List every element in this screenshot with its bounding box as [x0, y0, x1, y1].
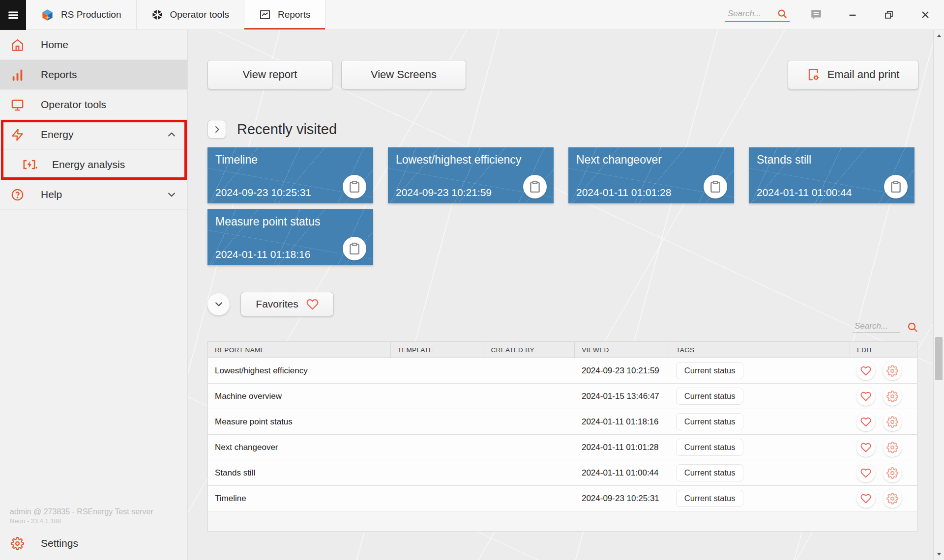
view-report-button[interactable]: View report	[207, 60, 332, 89]
tag-chip: Current status	[676, 439, 744, 456]
cell-created-by	[484, 460, 575, 486]
row-settings-button[interactable]	[883, 438, 902, 457]
minimize-button[interactable]	[843, 5, 862, 25]
column-header-tags[interactable]: TAGS	[669, 342, 850, 358]
feedback-chat-button[interactable]	[806, 5, 826, 25]
cell-edit	[850, 409, 917, 435]
table-empty-area	[207, 511, 917, 532]
report-card-next-changeover[interactable]: Next changeover 2024-01-11 01:01:28	[568, 147, 734, 203]
row-settings-button[interactable]	[883, 362, 902, 380]
cell-edit	[850, 486, 917, 511]
user-server-line: admin @ 273835 - RSEnergy Test server	[10, 507, 177, 516]
sidebar-item-home[interactable]: Home	[0, 30, 187, 60]
cell-template	[390, 486, 484, 511]
cell-template	[390, 435, 484, 460]
global-search-input[interactable]	[728, 9, 773, 19]
favorite-toggle-button[interactable]	[856, 438, 875, 457]
favorite-toggle-button[interactable]	[856, 489, 875, 508]
cell-tags: Current status	[669, 486, 850, 511]
favorites-button[interactable]: Favorites	[240, 292, 334, 316]
column-header-template[interactable]: TEMPLATE	[390, 342, 484, 358]
recently-visited-collapse-button[interactable]	[207, 120, 226, 139]
minimize-icon	[847, 9, 858, 20]
card-title: Lowest/highest efficiency	[396, 153, 546, 167]
sidebar-item-help[interactable]: Help	[0, 180, 187, 210]
report-card-lowest-highest-efficiency[interactable]: Lowest/highest efficiency 2024-09-23 10:…	[388, 147, 554, 203]
favorite-toggle-button[interactable]	[856, 387, 875, 406]
card-timestamp: 2024-09-23 10:21:59	[396, 187, 492, 198]
sidebar-item-operator-tools[interactable]: Operator tools	[0, 90, 187, 120]
cell-edit	[850, 358, 917, 384]
scroll-up-button[interactable]	[934, 31, 944, 41]
table-row[interactable]: Lowest/highest efficiency 2024-09-23 10:…	[208, 358, 917, 384]
cell-tags: Current status	[669, 358, 850, 384]
table-row[interactable]: Measure point status 2024-01-11 01:18:16…	[208, 409, 917, 435]
tab-operator-tools[interactable]: Operator tools	[137, 0, 244, 29]
heart-icon	[860, 417, 871, 427]
table-row[interactable]: Next changeover 2024-01-11 01:01:28 Curr…	[208, 435, 917, 460]
heart-icon	[860, 493, 871, 504]
scroll-down-button[interactable]	[934, 549, 944, 559]
cell-template	[390, 409, 484, 435]
hamburger-menu-button[interactable]	[0, 0, 26, 30]
table-row[interactable]: Stands still 2024-01-11 01:00:44 Current…	[208, 460, 917, 486]
tab-reports[interactable]: Reports	[244, 0, 326, 29]
restore-icon	[884, 9, 894, 20]
table-search-input[interactable]	[855, 321, 898, 331]
sidebar-item-label: Reports	[41, 69, 77, 81]
table-row[interactable]: Timeline 2024-09-23 10:25:31 Current sta…	[208, 486, 917, 511]
card-timestamp: 2024-01-11 01:18:16	[215, 249, 310, 260]
gear-icon	[11, 537, 24, 550]
search-icon[interactable]	[907, 321, 918, 333]
search-icon[interactable]	[777, 8, 788, 19]
heart-icon	[860, 391, 871, 402]
cell-created-by	[484, 435, 575, 460]
cell-created-by	[484, 409, 575, 435]
favorite-toggle-button[interactable]	[856, 362, 875, 380]
vertical-scrollbar[interactable]	[933, 30, 944, 560]
tag-chip: Current status	[676, 464, 744, 481]
column-header-created-by[interactable]: CREATED BY	[484, 342, 575, 358]
email-and-print-button[interactable]: Email and print	[788, 60, 918, 89]
favorite-toggle-button[interactable]	[856, 413, 875, 431]
favorites-collapse-button[interactable]	[207, 293, 230, 315]
bar-chart-icon	[11, 68, 24, 82]
monitor-icon	[11, 98, 24, 112]
report-card-measure-point-status[interactable]: Measure point status 2024-01-11 01:18:16	[207, 209, 373, 265]
view-screens-button[interactable]: View Screens	[341, 60, 466, 89]
card-title: Stands still	[757, 153, 907, 167]
sidebar-item-settings[interactable]: Settings	[0, 531, 187, 556]
favorite-toggle-button[interactable]	[856, 464, 875, 482]
tab-rs-production[interactable]: RS Production	[26, 0, 137, 29]
top-bar: RS Production Operator tools Reports	[0, 0, 944, 30]
table-row[interactable]: Machine overview 2024-01-15 13:46:47 Cur…	[208, 384, 917, 409]
sidebar-item-label: Help	[41, 189, 62, 200]
clipboard-badge	[884, 175, 908, 198]
clipboard-icon	[348, 242, 361, 255]
sidebar-item-reports[interactable]: Reports	[0, 60, 187, 90]
scrollbar-thumb[interactable]	[935, 337, 943, 380]
report-card-timeline[interactable]: Timeline 2024-09-23 10:25:31	[207, 147, 373, 203]
sidebar-item-energy-analysis[interactable]: Energy analysis	[0, 150, 187, 180]
chevron-down-icon	[167, 190, 177, 199]
row-settings-button[interactable]	[883, 489, 902, 508]
column-header-report-name[interactable]: REPORT NAME	[208, 342, 391, 358]
row-settings-button[interactable]	[883, 387, 902, 406]
gear-icon	[886, 442, 898, 453]
column-header-edit[interactable]: EDIT	[850, 342, 917, 358]
sidebar-item-energy[interactable]: Energy	[0, 120, 187, 150]
row-settings-button[interactable]	[883, 464, 902, 482]
column-header-viewed[interactable]: VIEWED	[575, 342, 669, 358]
tag-chip: Current status	[676, 388, 744, 405]
cell-report-name: Timeline	[208, 486, 391, 511]
toolbar: View report View Screens Email and print	[207, 60, 918, 89]
clipboard-icon	[348, 180, 361, 193]
close-button[interactable]	[915, 5, 935, 25]
report-card-stands-still[interactable]: Stands still 2024-01-11 01:00:44	[749, 147, 914, 203]
table-search	[853, 321, 900, 333]
gear-icon	[886, 467, 898, 479]
cell-report-name: Next changeover	[208, 435, 391, 460]
tab-label: Reports	[278, 9, 311, 20]
restore-button[interactable]	[879, 5, 899, 25]
row-settings-button[interactable]	[883, 413, 902, 431]
